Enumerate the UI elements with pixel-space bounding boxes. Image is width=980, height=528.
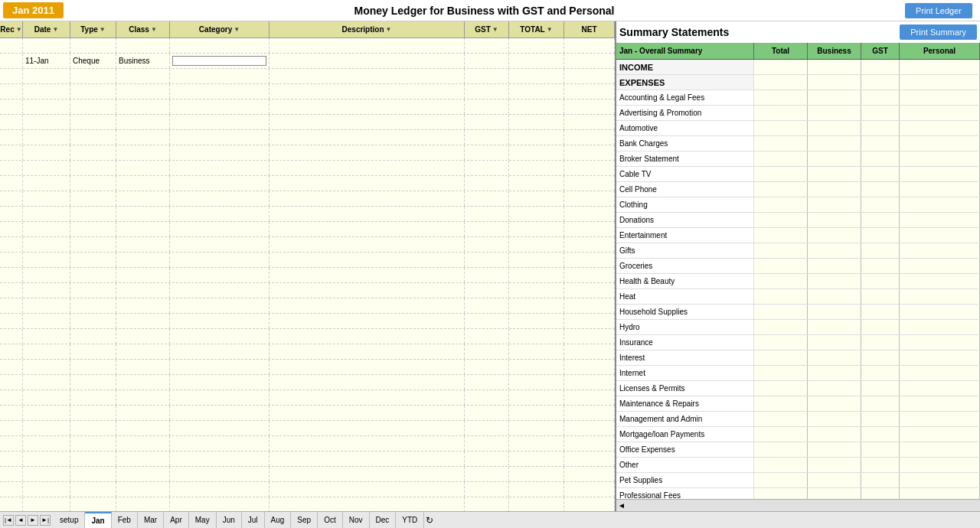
ledger-cell[interactable]: [270, 115, 465, 129]
tab-next-button[interactable]: ►: [28, 515, 38, 526]
table-row[interactable]: [0, 436, 615, 451]
table-row[interactable]: [0, 84, 615, 99]
ledger-cell[interactable]: [270, 298, 465, 313]
table-row[interactable]: [0, 283, 615, 298]
col-header-total[interactable]: TOTAL ▼: [509, 21, 564, 37]
ledger-cell[interactable]: [170, 84, 270, 99]
table-row[interactable]: [0, 222, 615, 237]
ledger-cell[interactable]: [270, 390, 465, 405]
ledger-cell[interactable]: [170, 467, 270, 481]
ledger-cell[interactable]: [270, 54, 465, 68]
table-row[interactable]: [0, 467, 615, 482]
col-header-type[interactable]: Type ▼: [70, 21, 116, 37]
col-header-description[interactable]: Description ▼: [270, 21, 465, 37]
table-row[interactable]: [0, 38, 615, 54]
ledger-cell[interactable]: [270, 191, 465, 206]
tab-prev-button[interactable]: ◄: [15, 515, 26, 526]
ledger-cell[interactable]: [170, 421, 270, 435]
ledger-cell[interactable]: [170, 54, 270, 68]
table-row[interactable]: [0, 161, 615, 176]
ledger-cell[interactable]: [170, 283, 270, 298]
table-row[interactable]: [0, 69, 615, 84]
tab-ytd[interactable]: YTD: [396, 512, 424, 529]
ledger-cell[interactable]: [270, 38, 465, 53]
table-row[interactable]: [0, 314, 615, 329]
tab-sep[interactable]: Sep: [291, 512, 318, 529]
tab-last-button[interactable]: ►|: [40, 515, 51, 526]
print-ledger-button[interactable]: Print Ledger: [905, 3, 972, 18]
table-row[interactable]: [0, 268, 615, 283]
ledger-cell[interactable]: [270, 344, 465, 359]
table-row[interactable]: [0, 375, 615, 390]
table-row[interactable]: [0, 145, 615, 161]
table-row[interactable]: [0, 298, 615, 314]
table-row[interactable]: [0, 344, 615, 360]
table-row[interactable]: [0, 253, 615, 268]
ledger-cell[interactable]: [270, 268, 465, 282]
table-row[interactable]: 11-JanChequeBusiness: [0, 54, 615, 69]
ledger-cell[interactable]: [170, 314, 270, 328]
table-row[interactable]: [0, 237, 615, 253]
ledger-cell[interactable]: [170, 482, 270, 497]
ledger-cell[interactable]: [270, 375, 465, 389]
table-row[interactable]: [0, 207, 615, 222]
ledger-cell[interactable]: [270, 207, 465, 221]
tab-jun[interactable]: Jun: [217, 512, 242, 529]
table-row[interactable]: [0, 421, 615, 436]
ledger-cell[interactable]: [170, 268, 270, 282]
table-row[interactable]: [0, 497, 615, 511]
ledger-cell[interactable]: [170, 375, 270, 389]
col-header-category[interactable]: Category ▼: [170, 21, 270, 37]
tab-first-button[interactable]: |◄: [3, 515, 14, 526]
tab-oct[interactable]: Oct: [318, 512, 343, 529]
ledger-cell[interactable]: [270, 451, 465, 466]
ledger-cell[interactable]: [170, 191, 270, 206]
tab-feb[interactable]: Feb: [112, 512, 138, 529]
ledger-cell[interactable]: [270, 497, 465, 511]
tab-refresh-icon[interactable]: ↻: [426, 514, 438, 526]
ledger-cell[interactable]: [170, 207, 270, 221]
col-header-date[interactable]: Date ▼: [23, 21, 70, 37]
col-header-rec[interactable]: Rec ▼: [0, 21, 23, 37]
table-row[interactable]: [0, 99, 615, 115]
table-row[interactable]: [0, 360, 615, 375]
table-row[interactable]: [0, 482, 615, 497]
ledger-cell[interactable]: [270, 253, 465, 267]
category-input[interactable]: [172, 56, 266, 66]
table-row[interactable]: [0, 176, 615, 191]
ledger-cell[interactable]: [170, 497, 270, 511]
table-row[interactable]: [0, 191, 615, 207]
table-row[interactable]: [0, 406, 615, 421]
ledger-cell[interactable]: [170, 237, 270, 252]
ledger-cell[interactable]: [270, 130, 465, 145]
ledger-cell[interactable]: [270, 99, 465, 114]
tab-may[interactable]: May: [189, 512, 217, 529]
col-header-class[interactable]: Class ▼: [116, 21, 170, 37]
ledger-cell[interactable]: [270, 145, 465, 160]
ledger-cell[interactable]: [270, 482, 465, 497]
ledger-cell[interactable]: [270, 69, 465, 83]
table-row[interactable]: [0, 451, 615, 467]
ledger-cell[interactable]: [170, 38, 270, 53]
col-header-net[interactable]: NET: [564, 21, 615, 37]
ledger-cell[interactable]: [170, 130, 270, 145]
ledger-cell[interactable]: [270, 161, 465, 175]
ledger-cell[interactable]: [270, 436, 465, 451]
ledger-cell[interactable]: [270, 467, 465, 481]
table-row[interactable]: [0, 329, 615, 344]
ledger-cell[interactable]: [270, 329, 465, 344]
tab-dec[interactable]: Dec: [370, 512, 397, 529]
tab-nov[interactable]: Nov: [343, 512, 370, 529]
table-row[interactable]: [0, 390, 615, 406]
col-header-gst[interactable]: GST ▼: [465, 21, 509, 37]
table-row[interactable]: [0, 115, 615, 130]
tab-apr[interactable]: Apr: [164, 512, 189, 529]
ledger-cell[interactable]: [270, 360, 465, 374]
scroll-left-icon[interactable]: ◄: [618, 501, 626, 510]
ledger-cell[interactable]: [170, 406, 270, 420]
ledger-cell[interactable]: [170, 69, 270, 83]
ledger-cell[interactable]: [270, 237, 465, 252]
tab-mar[interactable]: Mar: [138, 512, 164, 529]
ledger-cell[interactable]: [170, 298, 270, 313]
ledger-cell[interactable]: [270, 421, 465, 435]
